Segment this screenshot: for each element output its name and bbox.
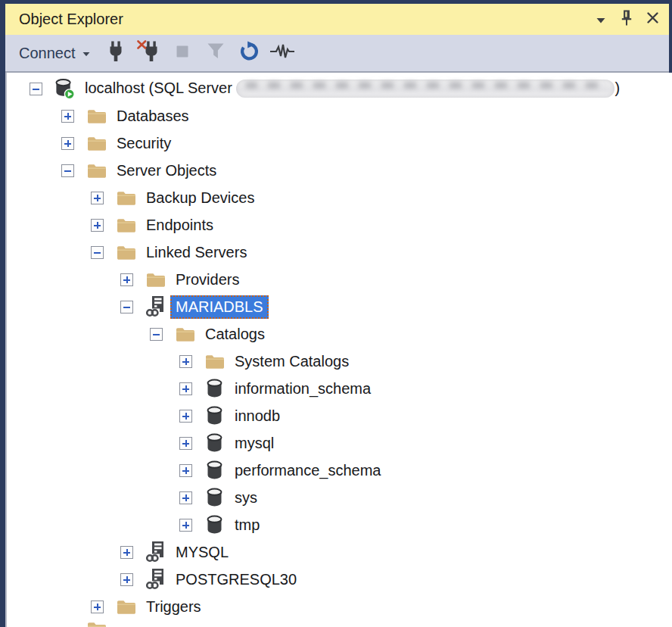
tree-item-label[interactable]: sys (229, 486, 263, 510)
tree-node-icon (145, 541, 166, 563)
tree-item-label[interactable]: Security (111, 132, 176, 155)
tree-row[interactable]: Endpoints (7, 211, 672, 239)
expander-plus-icon[interactable] (179, 437, 192, 450)
linked-server-icon (145, 541, 166, 563)
pin-icon (619, 9, 634, 30)
tree-row[interactable]: mysql (7, 429, 672, 457)
tree-node-icon (204, 460, 225, 481)
tree-node-icon (86, 163, 107, 179)
expander-minus-icon[interactable] (91, 246, 104, 259)
tree-node-icon (204, 433, 225, 454)
expander-plus-icon[interactable] (120, 273, 133, 286)
expander-plus-icon[interactable] (179, 464, 192, 477)
tree-item-label[interactable]: System Catalogs (229, 350, 354, 373)
tree-item-label[interactable]: MARIADBLS (170, 295, 269, 319)
tree-row[interactable]: localhost (SQL Server ) (7, 75, 672, 102)
tree-row[interactable]: System Catalogs (7, 348, 672, 375)
expander-plus-icon[interactable] (179, 382, 192, 395)
expander-plus-icon[interactable] (91, 192, 104, 204)
tree-item-label[interactable]: performance_schema (229, 459, 386, 482)
redacted-version-blur (236, 80, 614, 98)
expander-plus-icon[interactable] (91, 600, 104, 613)
titlebar-buttons (590, 4, 663, 35)
folder-icon (117, 245, 136, 260)
tree-row[interactable]: Databases (7, 102, 672, 129)
tree-node-icon (145, 295, 166, 318)
object-explorer-toolbar: Connect (5, 35, 669, 73)
tree-row[interactable]: MARIADBLS (7, 293, 672, 320)
tree-item-label[interactable]: Endpoints (141, 214, 219, 237)
tree-item-label[interactable]: Databases (111, 104, 194, 128)
expander-plus-icon[interactable] (120, 573, 133, 586)
tree-item-label[interactable]: localhost (SQL Server ) (79, 76, 625, 101)
tree-row[interactable]: Providers (7, 266, 672, 293)
tree-row[interactable]: innodb (7, 402, 672, 429)
tree-node-icon (116, 245, 136, 260)
tree-item-label[interactable] (111, 620, 122, 626)
tree-item-label[interactable]: Backup Devices (141, 186, 260, 210)
tree-row[interactable]: Backup Devices (7, 184, 672, 211)
connect-object-button[interactable] (102, 38, 129, 68)
connect-plug-icon (106, 40, 126, 66)
panel-titlebar[interactable]: Object Explorer (5, 4, 669, 35)
tree-row[interactable]: Triggers (7, 593, 672, 620)
window-position-button[interactable] (590, 9, 611, 30)
tree-row[interactable]: information_schema (7, 375, 672, 402)
pin-button[interactable] (616, 9, 637, 30)
tree-row[interactable]: sys (7, 484, 672, 511)
expander-plus-icon[interactable] (61, 110, 74, 123)
folder-icon (117, 217, 136, 233)
panel-border-left (0, 0, 5, 627)
tree-item-label[interactable]: MYSQL (170, 541, 234, 564)
stop-button (169, 38, 196, 68)
database-icon (206, 488, 223, 508)
close-icon (646, 11, 659, 27)
expander-plus-icon[interactable] (179, 355, 192, 368)
refresh-icon (238, 41, 260, 65)
connect-button[interactable]: Connect (19, 45, 90, 62)
tree-item-label[interactable]: Server Objects (111, 159, 222, 182)
tree-row[interactable]: MYSQL (7, 538, 672, 566)
expander-minus-icon[interactable] (61, 164, 74, 177)
expander-plus-icon[interactable] (120, 546, 133, 559)
tree-node-icon (145, 272, 166, 288)
tree-node-icon (204, 515, 225, 535)
tree-row[interactable] (7, 620, 672, 627)
expander-minus-icon[interactable] (30, 83, 42, 95)
folder-icon (117, 190, 136, 206)
expander-plus-icon[interactable] (179, 410, 192, 423)
expander-minus-icon[interactable] (150, 328, 163, 341)
tree-node-icon (54, 78, 75, 100)
expander-plus-icon[interactable] (179, 519, 192, 532)
tree-row[interactable]: performance_schema (7, 457, 672, 484)
expander-plus-icon[interactable] (179, 491, 192, 504)
tree-node-icon (145, 568, 166, 591)
tree-node-icon (204, 488, 225, 508)
expander-plus-icon[interactable] (61, 137, 74, 150)
linked-server-icon (145, 568, 166, 591)
tree-item-label[interactable]: innodb (229, 404, 285, 428)
tree-row[interactable]: tmp (7, 511, 672, 538)
tree-item-label[interactable]: POSTGRESQL30 (170, 568, 302, 591)
refresh-button[interactable] (235, 38, 263, 68)
tree-item-label[interactable]: information_schema (229, 377, 376, 401)
tree-row[interactable]: POSTGRESQL30 (7, 566, 672, 593)
tree-item-label[interactable]: mysql (229, 432, 279, 455)
tree-row[interactable]: Catalogs (7, 320, 672, 348)
close-button[interactable] (642, 9, 663, 30)
folder-icon (87, 621, 107, 627)
tree-item-label[interactable]: Providers (170, 268, 244, 292)
tree-row[interactable]: Linked Servers (7, 239, 672, 266)
tree-row[interactable]: Security (7, 129, 672, 157)
tree-item-label[interactable]: Catalogs (200, 323, 270, 346)
tree-item-label[interactable]: Linked Servers (141, 241, 252, 264)
server-database-icon (54, 78, 75, 100)
object-explorer-tree[interactable]: localhost (SQL Server )DatabasesSecurity… (5, 73, 672, 627)
disconnect-object-button[interactable] (135, 38, 163, 68)
expander-plus-icon[interactable] (91, 219, 104, 232)
expander-minus-icon[interactable] (120, 301, 133, 314)
tree-item-label[interactable]: tmp (229, 513, 265, 537)
tree-row[interactable]: Server Objects (7, 157, 672, 184)
tree-item-label[interactable]: Triggers (141, 595, 207, 619)
activity-monitor-button[interactable] (269, 38, 296, 68)
